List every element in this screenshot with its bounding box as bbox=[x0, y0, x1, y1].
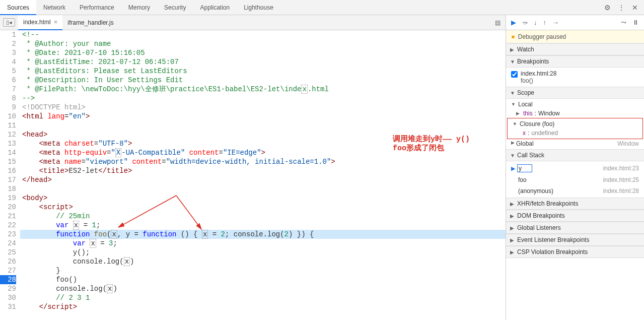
line-number[interactable]: 8 bbox=[0, 94, 16, 103]
line-number[interactable]: 23 bbox=[0, 230, 16, 239]
code-line[interactable]: * @LastEditors: Please set LastEditors bbox=[20, 67, 506, 76]
line-number[interactable]: 10 bbox=[0, 112, 16, 121]
line-number[interactable]: 30 bbox=[0, 293, 16, 302]
line-number[interactable]: 3 bbox=[0, 48, 16, 57]
line-number[interactable]: 24 bbox=[0, 239, 16, 248]
code-line[interactable]: </head> bbox=[20, 175, 506, 184]
more-tabs-icon[interactable]: ▤ bbox=[495, 19, 506, 26]
code-line[interactable]: foo() bbox=[20, 275, 506, 284]
code-line[interactable]: console.log(x) bbox=[20, 257, 506, 266]
step-out-icon[interactable]: ↑ bbox=[543, 19, 547, 26]
line-number[interactable]: 22 bbox=[0, 221, 16, 230]
code-line[interactable]: <body> bbox=[20, 194, 506, 203]
line-number[interactable]: 12 bbox=[0, 130, 16, 139]
code-line[interactable]: * @FilePath: \newToDoc:\hyy\全修班\practice… bbox=[20, 85, 506, 94]
code-line[interactable]: <!DOCTYPE html> bbox=[20, 103, 506, 112]
scope-local[interactable]: ▼Local bbox=[506, 100, 644, 109]
line-number[interactable]: 21 bbox=[0, 212, 16, 221]
code-line[interactable]: <html lang="en"> bbox=[20, 112, 506, 121]
stack-frame[interactable]: fooindex.html:25 bbox=[506, 174, 644, 185]
tab-sources[interactable]: Sources bbox=[0, 0, 36, 15]
code-line[interactable]: * @Description: In User Settings Edit bbox=[20, 76, 506, 85]
watch-panel-header[interactable]: ▶Watch bbox=[506, 43, 644, 55]
scope-global[interactable]: ▶GlobalWindow bbox=[506, 139, 644, 148]
line-number[interactable]: 18 bbox=[0, 184, 16, 194]
navigator-toggle-icon[interactable]: ▯◂ bbox=[3, 18, 15, 27]
code-line[interactable]: function foo(x, y = function () { x = 2;… bbox=[20, 230, 506, 239]
code-line[interactable]: console.log(x) bbox=[20, 284, 506, 293]
step-icon[interactable]: → bbox=[552, 19, 559, 26]
line-number[interactable]: 5 bbox=[0, 67, 16, 76]
code-line[interactable]: // 2 3 1 bbox=[20, 293, 506, 302]
code-line[interactable]: --> bbox=[20, 94, 506, 103]
line-number[interactable]: 7 bbox=[0, 85, 16, 94]
line-number[interactable]: 28 bbox=[0, 275, 16, 284]
tab-application[interactable]: Application bbox=[193, 0, 237, 15]
code-line[interactable]: <title>ES2-let</title> bbox=[20, 166, 506, 175]
xhr-breakpoints-header[interactable]: ▶XHR/fetch Breakpoints bbox=[506, 198, 644, 210]
code-line[interactable]: * @Author: your name bbox=[20, 39, 506, 48]
code-line[interactable]: * @LastEditTime: 2021-07-12 06:45:07 bbox=[20, 57, 506, 67]
close-icon[interactable]: × bbox=[54, 15, 58, 30]
scope-this[interactable]: ▶this: Window bbox=[506, 109, 644, 118]
tab-lighthouse[interactable]: Lighthouse bbox=[237, 0, 280, 15]
code-line[interactable]: } bbox=[20, 266, 506, 275]
step-into-icon[interactable]: ↓ bbox=[534, 19, 537, 26]
line-number[interactable]: 20 bbox=[0, 203, 16, 212]
code-editor[interactable]: 1234567891011121314151617181920212223242… bbox=[0, 30, 506, 320]
line-number[interactable]: 25 bbox=[0, 248, 16, 257]
stack-frame[interactable]: (anonymous)index.html:28 bbox=[506, 185, 644, 197]
line-number[interactable]: 6 bbox=[0, 76, 16, 85]
event-listener-breakpoints-header[interactable]: ▶Event Listener Breakpoints bbox=[506, 234, 644, 246]
code-line[interactable]: var x = 3; bbox=[20, 239, 506, 248]
line-number[interactable]: 26 bbox=[0, 257, 16, 266]
code-line[interactable]: <meta http-equiv="X-UA-Compatible" conte… bbox=[20, 148, 506, 157]
tab-memory[interactable]: Memory bbox=[121, 0, 157, 15]
line-number[interactable]: 27 bbox=[0, 266, 16, 275]
code-line[interactable] bbox=[20, 184, 506, 194]
line-number[interactable]: 17 bbox=[0, 175, 16, 184]
line-number[interactable]: 19 bbox=[0, 194, 16, 203]
stack-frame[interactable]: ▶yindex.html:23 bbox=[506, 162, 644, 174]
deactivate-breakpoints-icon[interactable]: ⤳ bbox=[621, 19, 626, 26]
scope-panel-header[interactable]: ▼Scope bbox=[506, 87, 644, 99]
code-line[interactable]: <script> bbox=[20, 203, 506, 212]
scope-closure[interactable]: ▼Closure (foo) bbox=[508, 119, 642, 129]
dom-breakpoints-header[interactable]: ▶DOM Breakpoints bbox=[506, 210, 644, 222]
breakpoints-panel-header[interactable]: ▼Breakpoints bbox=[506, 55, 644, 68]
code-line[interactable]: // 25min bbox=[20, 212, 506, 221]
code-line[interactable]: * @Date: 2021-07-10 15:16:05 bbox=[20, 48, 506, 57]
line-number[interactable]: 9 bbox=[0, 103, 16, 112]
code-line[interactable]: <head> bbox=[20, 130, 506, 139]
global-listeners-header[interactable]: ▶Global Listeners bbox=[506, 222, 644, 234]
breakpoint-item[interactable]: index.html:28 foo() bbox=[506, 69, 644, 86]
code-line[interactable]: y(); bbox=[20, 248, 506, 257]
gear-icon[interactable]: ⚙ bbox=[604, 4, 611, 12]
csp-breakpoints-header[interactable]: ▶CSP Violation Breakpoints bbox=[506, 246, 644, 258]
line-number[interactable]: 14 bbox=[0, 148, 16, 157]
code-line[interactable]: <meta name="viewport" content="width=dev… bbox=[20, 157, 506, 166]
code-line[interactable] bbox=[20, 121, 506, 130]
line-number[interactable]: 13 bbox=[0, 139, 16, 148]
line-number[interactable]: 16 bbox=[0, 166, 16, 175]
tab-security[interactable]: Security bbox=[157, 0, 193, 15]
line-number[interactable]: 11 bbox=[0, 121, 16, 130]
tab-performance[interactable]: Performance bbox=[73, 0, 121, 15]
line-number[interactable]: 2 bbox=[0, 39, 16, 48]
file-tab-index[interactable]: index.html × bbox=[18, 15, 62, 30]
resume-icon[interactable]: ▶ bbox=[511, 19, 516, 26]
file-tab-iframe-handler[interactable]: iframe_handler.js bbox=[62, 15, 118, 30]
line-number[interactable]: 15 bbox=[0, 157, 16, 166]
pause-on-exceptions-icon[interactable]: ⏸ bbox=[632, 19, 639, 26]
close-icon[interactable]: ✕ bbox=[632, 4, 638, 12]
kebab-icon[interactable]: ⋮ bbox=[618, 4, 625, 12]
callstack-panel-header[interactable]: ▼Call Stack bbox=[506, 149, 644, 161]
code-line[interactable]: </script> bbox=[20, 302, 506, 311]
line-number[interactable]: 31 bbox=[0, 302, 16, 311]
line-number[interactable]: 29 bbox=[0, 284, 16, 293]
line-number[interactable]: 4 bbox=[0, 57, 16, 67]
step-over-icon[interactable]: ⤼ bbox=[522, 19, 528, 26]
breakpoint-checkbox[interactable] bbox=[511, 71, 518, 78]
tab-network[interactable]: Network bbox=[36, 0, 73, 15]
code-line[interactable]: <meta charset="UTF-8"> bbox=[20, 139, 506, 148]
